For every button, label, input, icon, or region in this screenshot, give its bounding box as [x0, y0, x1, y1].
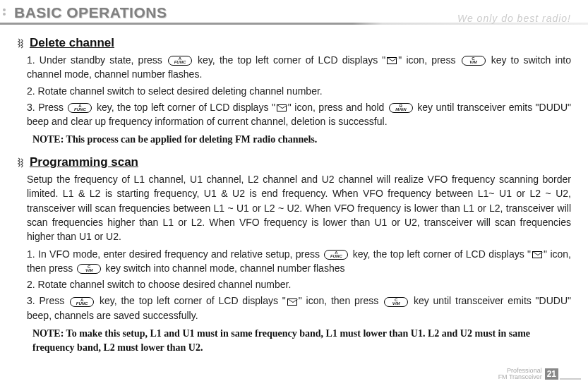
key-a-func: AFUNC [68, 103, 92, 113]
scan-step-1: 1. In VFO mode, enter desired frequency … [27, 247, 571, 276]
delete-step-2: 2. Rotate channel switch to select desir… [27, 84, 571, 98]
content: Delete channel 1. Under standby state, p… [0, 25, 588, 354]
mail-icon [277, 104, 287, 111]
tagline: We only do best radio! [457, 13, 571, 24]
delete-steps: 1. Under standby state, press AFUNC key,… [17, 53, 571, 128]
wave-icon [17, 37, 27, 49]
heading-delete: Delete channel [30, 36, 114, 50]
scan-steps: 1. In VFO mode, enter desired frequency … [17, 247, 571, 322]
footer-line [560, 378, 581, 380]
key-b-main: BMAIN [389, 103, 413, 113]
scan-step-3: 3. Press AFUNC key, the top left corner … [27, 294, 571, 322]
key-a-func: AFUNC [70, 297, 94, 307]
key-a-func: AFUNC [324, 250, 348, 260]
key-c-vm: CV/M [384, 297, 408, 307]
key-a-func: AFUNC [168, 56, 192, 66]
scan-step-2: 2. Rotate channel switch to choose desir… [27, 277, 571, 291]
footer: Professional FM Transceiver 21 [498, 368, 581, 380]
footer-text: Professional FM Transceiver [498, 368, 542, 380]
page-number: 21 [545, 368, 558, 380]
mail-icon [387, 57, 397, 64]
section-heading-scan: Programming scan [17, 155, 571, 169]
decorative-dots [3, 8, 6, 16]
mail-icon [287, 298, 297, 306]
section-heading-delete: Delete channel [17, 36, 571, 50]
wave-icon [17, 157, 27, 168]
delete-step-1: 1. Under standby state, press AFUNC key,… [27, 53, 571, 82]
note-scan: NOTE: To make this setup, L1 and U1 must… [17, 327, 571, 354]
mail-icon [532, 251, 542, 258]
key-c-vm: CV/M [462, 56, 486, 66]
key-c-vm: CV/M [77, 264, 101, 274]
scan-setup-text: Setup the frequency of L1 channel, U1 ch… [17, 172, 571, 243]
delete-step-3: 3. Press AFUNC key, the top left corner … [27, 100, 571, 129]
note-delete: NOTE: This process can be applied for de… [17, 133, 571, 147]
heading-scan: Programming scan [30, 155, 138, 169]
